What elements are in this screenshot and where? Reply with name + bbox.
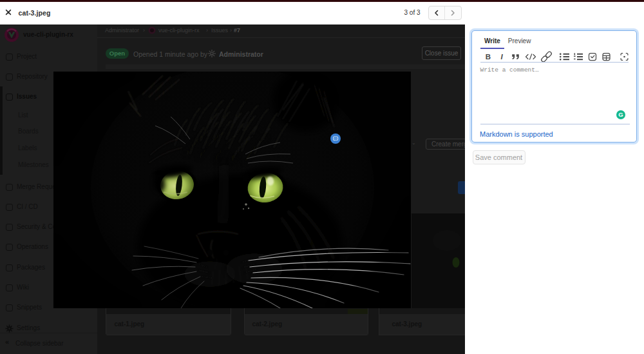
svg-text:I: I [500,53,503,61]
svg-text:B: B [486,53,491,61]
